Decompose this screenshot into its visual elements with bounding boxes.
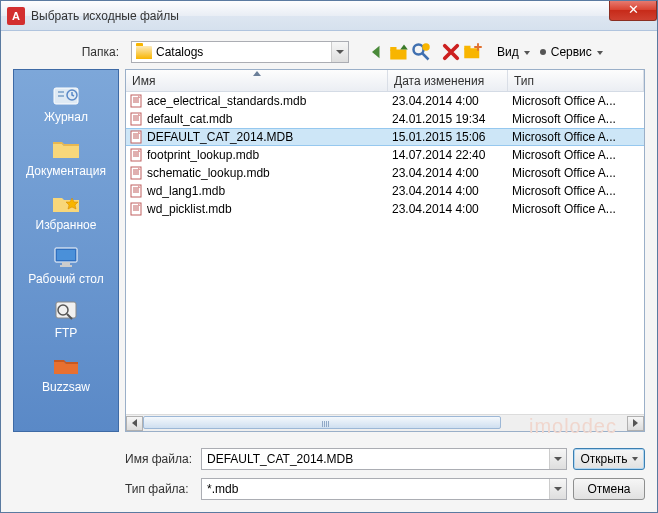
column-header-name[interactable]: Имя <box>126 70 388 91</box>
list-header: Имя Дата изменения Тип <box>126 70 644 92</box>
file-date: 15.01.2015 15:06 <box>388 130 508 144</box>
file-name: DEFAULT_CAT_2014.MDB <box>147 130 293 144</box>
mdb-file-icon <box>130 148 144 162</box>
tools-label: Сервис <box>551 45 592 59</box>
close-button[interactable]: ✕ <box>609 1 657 21</box>
file-list-panel: Имя Дата изменения Тип ace_electrical_st… <box>125 69 645 432</box>
file-type: Microsoft Office A... <box>508 148 644 162</box>
folder-select[interactable]: Catalogs <box>131 41 349 63</box>
file-date: 23.04.2014 4:00 <box>388 94 508 108</box>
filetype-select[interactable]: *.mdb <box>201 478 567 500</box>
back-button[interactable] <box>367 42 387 62</box>
toolbar: Вид Сервис <box>367 42 607 62</box>
places-sidebar: Журнал Документация Избранное Рабочий ст… <box>13 69 119 432</box>
horizontal-scrollbar[interactable] <box>126 414 644 431</box>
sidebar-item-favorites[interactable]: Избранное <box>14 186 118 236</box>
file-row[interactable]: default_cat.mdb24.01.2015 19:34Microsoft… <box>126 110 644 128</box>
svg-rect-12 <box>60 265 72 267</box>
svg-rect-11 <box>62 262 70 265</box>
sidebar-item-label: FTP <box>55 326 78 340</box>
svg-rect-13 <box>56 302 76 318</box>
window-title: Выбрать исходные файлы <box>31 9 179 23</box>
folder-name: Catalogs <box>156 45 203 59</box>
titlebar: A Выбрать исходные файлы ✕ <box>1 1 657 31</box>
mdb-file-icon <box>130 112 144 126</box>
dialog-content: Папка: Catalogs <box>1 31 657 512</box>
file-list[interactable]: ace_electrical_standards.mdb23.04.2014 4… <box>126 92 644 414</box>
filetype-row: Тип файла: *.mdb Отмена <box>125 478 645 500</box>
cancel-button[interactable]: Отмена <box>573 478 645 500</box>
file-name: default_cat.mdb <box>147 112 232 126</box>
mdb-file-icon <box>130 184 144 198</box>
svg-line-3 <box>422 53 428 59</box>
tools-menu[interactable]: Сервис <box>536 43 607 61</box>
folder-icon <box>136 46 152 59</box>
file-row[interactable]: wd_picklist.mdb23.04.2014 4:00Microsoft … <box>126 200 644 218</box>
file-row[interactable]: footprint_lookup.mdb14.07.2014 22:40Micr… <box>126 146 644 164</box>
file-date: 14.07.2014 22:40 <box>388 148 508 162</box>
svg-rect-0 <box>390 50 406 60</box>
chevron-down-icon[interactable] <box>549 449 566 469</box>
desktop-icon <box>50 244 82 270</box>
history-icon <box>50 82 82 108</box>
chevron-down-icon <box>595 45 603 59</box>
mdb-file-icon <box>130 94 144 108</box>
svg-point-4 <box>422 43 430 51</box>
sort-ascending-icon <box>253 71 261 76</box>
file-date: 23.04.2014 4:00 <box>388 166 508 180</box>
file-type: Microsoft Office A... <box>508 112 644 126</box>
search-button[interactable] <box>411 42 431 62</box>
sidebar-item-desktop[interactable]: Рабочий стол <box>14 240 118 290</box>
new-folder-button[interactable] <box>463 42 483 62</box>
file-name: schematic_lookup.mdb <box>147 166 270 180</box>
app-logo-icon: A <box>7 7 25 25</box>
bullet-icon <box>540 49 546 55</box>
column-header-type[interactable]: Тип <box>508 70 644 91</box>
file-type: Microsoft Office A... <box>508 184 644 198</box>
filename-input[interactable]: DEFAULT_CAT_2014.MDB <box>201 448 567 470</box>
scroll-track[interactable] <box>143 416 627 431</box>
sidebar-item-label: Документация <box>26 164 106 178</box>
folder-icon <box>50 136 82 162</box>
svg-rect-1 <box>390 47 396 51</box>
ftp-icon <box>50 298 82 324</box>
mdb-file-icon <box>130 130 144 144</box>
sidebar-item-documents[interactable]: Документация <box>14 132 118 182</box>
up-folder-button[interactable] <box>389 42 409 62</box>
file-dialog: A Выбрать исходные файлы ✕ Папка: Catalo… <box>0 0 658 513</box>
filetype-label: Тип файла: <box>125 482 195 496</box>
svg-rect-6 <box>464 46 470 50</box>
file-type: Microsoft Office A... <box>508 202 644 216</box>
bottom-panel: imolodec Имя файла: DEFAULT_CAT_2014.MDB… <box>125 448 645 500</box>
file-name: wd_lang1.mdb <box>147 184 225 198</box>
sidebar-item-history[interactable]: Журнал <box>14 78 118 128</box>
scroll-thumb[interactable] <box>143 416 501 429</box>
file-row[interactable]: wd_lang1.mdb23.04.2014 4:00Microsoft Off… <box>126 182 644 200</box>
chevron-down-icon <box>632 457 638 461</box>
view-menu[interactable]: Вид <box>493 43 534 61</box>
column-header-date[interactable]: Дата изменения <box>388 70 508 91</box>
svg-rect-10 <box>57 250 75 260</box>
file-row[interactable]: ace_electrical_standards.mdb23.04.2014 4… <box>126 92 644 110</box>
sidebar-item-ftp[interactable]: FTP <box>14 294 118 344</box>
file-name: wd_picklist.mdb <box>147 202 232 216</box>
scroll-right-button[interactable] <box>627 416 644 431</box>
filetype-value: *.mdb <box>207 482 238 496</box>
chevron-down-icon[interactable] <box>331 42 348 62</box>
file-row[interactable]: schematic_lookup.mdb23.04.2014 4:00Micro… <box>126 164 644 182</box>
svg-point-2 <box>414 45 424 55</box>
file-type: Microsoft Office A... <box>508 94 644 108</box>
file-row[interactable]: DEFAULT_CAT_2014.MDB15.01.2015 15:06Micr… <box>126 128 644 146</box>
scroll-left-button[interactable] <box>126 416 143 431</box>
sidebar-item-label: Журнал <box>44 110 88 124</box>
file-date: 23.04.2014 4:00 <box>388 202 508 216</box>
open-button[interactable]: Открыть <box>573 448 645 470</box>
delete-button[interactable] <box>441 42 461 62</box>
file-date: 23.04.2014 4:00 <box>388 184 508 198</box>
chevron-down-icon[interactable] <box>549 479 566 499</box>
body-row: Журнал Документация Избранное Рабочий ст… <box>13 69 645 432</box>
file-type: Microsoft Office A... <box>508 130 644 144</box>
filename-value: DEFAULT_CAT_2014.MDB <box>207 452 353 466</box>
sidebar-item-buzzsaw[interactable]: Buzzsaw <box>14 348 118 398</box>
mdb-file-icon <box>130 166 144 180</box>
